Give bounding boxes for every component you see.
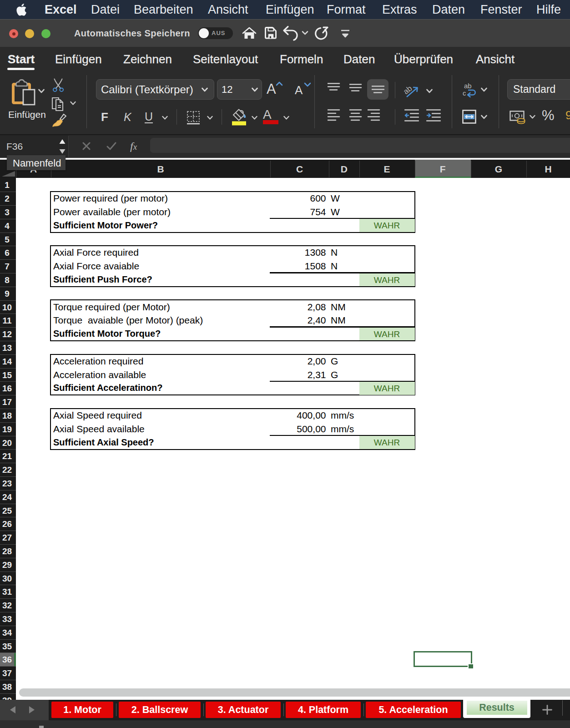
svg-text:c: c	[463, 89, 466, 97]
svg-text:ab: ab	[464, 82, 472, 90]
